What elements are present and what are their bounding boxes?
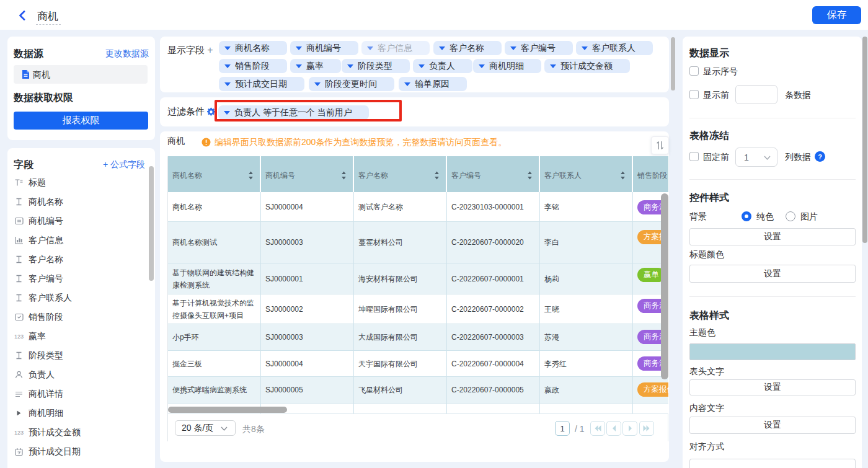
svg-text:?: ? (818, 153, 822, 161)
